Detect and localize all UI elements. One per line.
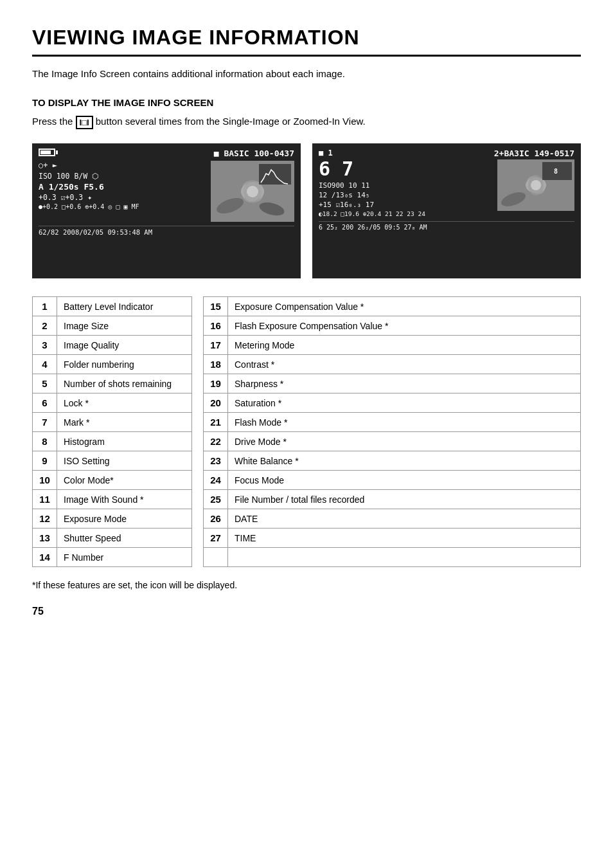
right-label-cell: Sharpness * (228, 374, 581, 393)
right-label-cell (228, 548, 581, 567)
table-row: 5Number of shots remaining19Sharpness * (33, 374, 581, 393)
right-label-cell: Metering Mode (228, 336, 581, 355)
screen-right-big-num: 6 7 (319, 159, 493, 179)
spacer-cell (192, 413, 204, 432)
right-num-cell: 26 (204, 509, 228, 529)
press-description: Press the I□I button several times from … (32, 116, 581, 129)
screen-right-body: 6 7 ISO900 10 11 12 /13₀s 14₅ +15 ☑16₀.₃… (319, 159, 574, 219)
screen-right-bottom: 6 25₂ 200 26₂/05 09:5 27₈ AM (319, 221, 574, 231)
left-num-cell: 8 (33, 432, 57, 451)
battery-indicator (39, 149, 58, 156)
screen-right-image: 8 (497, 159, 574, 211)
right-label-cell: File Number / total files recorded (228, 490, 581, 509)
table-row: 1Battery Level Indicator15Exposure Compe… (33, 297, 581, 316)
page-number: 75 (32, 606, 581, 617)
spacer-cell (192, 548, 204, 567)
right-label-cell: Flash Exposure Compensation Value * (228, 316, 581, 336)
screen-left-filename: ■ BASIC 100-0437 (214, 149, 294, 158)
left-label-cell: Shutter Speed (57, 529, 192, 548)
spacer-cell (192, 451, 204, 471)
spacer-cell (192, 336, 204, 355)
screen-left-top: ■ BASIC 100-0437 (39, 149, 294, 158)
left-num-cell: 10 (33, 471, 57, 490)
left-label-cell: Battery Level Indicator (57, 297, 192, 316)
left-label-cell: Exposure Mode (57, 509, 192, 529)
screen-left-exposure: A 1/250s F5.6 (39, 182, 207, 192)
right-label-cell: Drive Mode * (228, 432, 581, 451)
right-num-cell: 22 (204, 432, 228, 451)
histogram-label: 8 (554, 168, 558, 175)
screen-right-top-left: ■ 1 (319, 149, 333, 158)
screen-left: ■ BASIC 100-0437 ○+ ► ISO 100 B/W ⬡ A 1/… (32, 143, 301, 278)
spacer-cell (192, 432, 204, 451)
left-label-cell: Image With Sound * (57, 490, 192, 509)
right-num-cell: 20 (204, 393, 228, 413)
screen-right-top-right: 2+BA3IC 149-0517 (494, 149, 574, 158)
screen-left-iso: ISO 100 B/W ⬡ (39, 172, 207, 181)
right-num-cell: 15 (204, 297, 228, 316)
section-title: TO DISPLAY THE IMAGE INFO SCREEN (32, 97, 581, 108)
right-label-cell: DATE (228, 509, 581, 529)
right-label-cell: Contrast * (228, 355, 581, 374)
screens-container: ■ BASIC 100-0437 ○+ ► ISO 100 B/W ⬡ A 1/… (32, 143, 581, 278)
right-num-cell: 24 (204, 471, 228, 490)
left-label-cell: Color Mode* (57, 471, 192, 490)
table-row: 4Folder numbering18Contrast * (33, 355, 581, 374)
spacer-cell (192, 509, 204, 529)
button-icon: I□I (76, 116, 93, 129)
right-num-cell: 18 (204, 355, 228, 374)
screen-right: ■ 1 2+BA3IC 149-0517 6 7 ISO900 10 11 12… (312, 143, 581, 278)
right-label-cell: Flash Mode * (228, 413, 581, 432)
table-row: 9ISO Setting23White Balance * (33, 451, 581, 471)
left-label-cell: Number of shots remaining (57, 374, 192, 393)
left-label-cell: Image Quality (57, 336, 192, 355)
intro-text: The Image Info Screen contains additiona… (32, 68, 581, 79)
screen-left-image (211, 161, 294, 222)
right-label-cell: White Balance * (228, 451, 581, 471)
table-row: 7Mark *21Flash Mode * (33, 413, 581, 432)
left-num-cell: 14 (33, 548, 57, 567)
right-num-cell: 17 (204, 336, 228, 355)
svg-point-5 (247, 186, 258, 197)
right-num-cell: 27 (204, 529, 228, 548)
left-num-cell: 6 (33, 393, 57, 413)
screen-left-bottom: 62/82 2008/02/05 09:53:48 AM (39, 226, 294, 236)
right-num-cell: 19 (204, 374, 228, 393)
spacer-cell (192, 297, 204, 316)
spacer-cell (192, 355, 204, 374)
svg-point-13 (531, 180, 541, 190)
table-row: 14F Number (33, 548, 581, 567)
table-row: 2Image Size16Flash Exposure Compensation… (33, 316, 581, 336)
info-table: 1Battery Level Indicator15Exposure Compe… (32, 296, 581, 567)
spacer-cell (192, 490, 204, 509)
right-num-cell: 23 (204, 451, 228, 471)
right-label-cell: Exposure Compensation Value * (228, 297, 581, 316)
page-title: VIEWING IMAGE INFORMATION (32, 26, 581, 57)
left-num-cell: 11 (33, 490, 57, 509)
spacer-cell (192, 529, 204, 548)
spacer-cell (192, 316, 204, 336)
screen-left-icons: ●+0.2 □+0.6 ⊕+0.4 ◎ □ ▣ MF (39, 203, 207, 210)
left-num-cell: 9 (33, 451, 57, 471)
screen-left-comp: +0.3 ☑+0.3 ✦ (39, 193, 207, 202)
left-label-cell: Lock * (57, 393, 192, 413)
table-row: 8Histogram22Drive Mode * (33, 432, 581, 451)
screen-right-top: ■ 1 2+BA3IC 149-0517 (319, 149, 574, 158)
spacer-cell (192, 471, 204, 490)
right-num-cell: 21 (204, 413, 228, 432)
left-label-cell: ISO Setting (57, 451, 192, 471)
table-row: 13Shutter Speed27TIME (33, 529, 581, 548)
flower-image (211, 161, 294, 222)
screen-left-body: ○+ ► ISO 100 B/W ⬡ A 1/250s F5.6 +0.3 ☑+… (39, 161, 294, 222)
flower-image-right: 8 (497, 159, 574, 211)
table-row: 12Exposure Mode26DATE (33, 509, 581, 529)
left-label-cell: Histogram (57, 432, 192, 451)
left-num-cell: 1 (33, 297, 57, 316)
left-num-cell: 2 (33, 316, 57, 336)
spacer-cell (192, 393, 204, 413)
right-num-cell (204, 548, 228, 567)
table-row: 11Image With Sound *25File Number / tota… (33, 490, 581, 509)
right-label-cell: TIME (228, 529, 581, 548)
right-label-cell: Focus Mode (228, 471, 581, 490)
footnote: *If these features are set, the icon wil… (32, 580, 581, 590)
